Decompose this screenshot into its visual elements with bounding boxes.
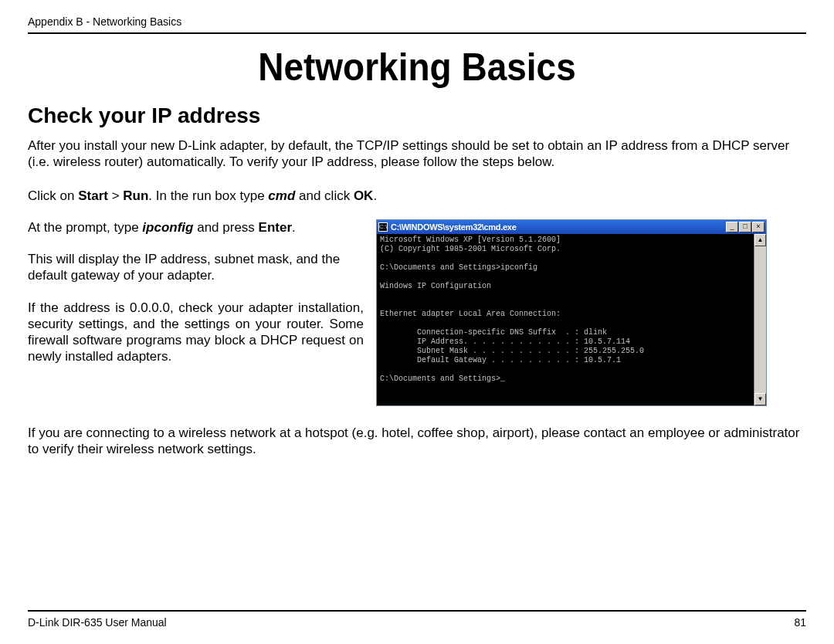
- terminal-wrap: Microsoft Windows XP [Version 5.1.2600] …: [377, 234, 766, 405]
- outro-paragraph: If you are connecting to a wireless netw…: [28, 425, 806, 458]
- display-info-paragraph: This will display the IP address, subnet…: [28, 251, 364, 284]
- cmd-window: C:\ C:\WINDOWS\system32\cmd.exe _ □ × Mi…: [376, 219, 767, 406]
- scroll-track[interactable]: [754, 246, 766, 393]
- intro-paragraph: After you install your new D-Link adapte…: [28, 137, 806, 171]
- scroll-down-button[interactable]: ▼: [754, 393, 766, 405]
- text: . In the run box type: [148, 188, 268, 203]
- text: At the prompt, type: [28, 220, 142, 235]
- cmd-titlebar: C:\ C:\WINDOWS\system32\cmd.exe _ □ ×: [377, 220, 766, 234]
- maximize-button[interactable]: □: [739, 222, 751, 232]
- ipconfig-literal: ipconfig: [142, 220, 193, 235]
- text: and press: [193, 220, 258, 235]
- step-instruction-1: Click on Start > Run. In the run box typ…: [28, 188, 806, 204]
- instruction-column: At the prompt, type ipconfig and press E…: [28, 219, 364, 381]
- enter-label: Enter: [259, 220, 292, 235]
- text: and click: [295, 188, 354, 203]
- ok-label: OK: [354, 188, 374, 203]
- text: .: [373, 188, 377, 203]
- start-label: Start: [78, 188, 108, 203]
- close-button[interactable]: ×: [752, 222, 764, 232]
- text: Click on: [28, 188, 78, 203]
- prompt-instruction: At the prompt, type ipconfig and press E…: [28, 219, 364, 236]
- window-buttons: _ □ ×: [726, 222, 764, 232]
- content-row: At the prompt, type ipconfig and press E…: [28, 219, 806, 406]
- cmd-title-text: C:\WINDOWS\system32\cmd.exe: [391, 222, 726, 232]
- page-title: Networking Basics: [59, 45, 775, 90]
- troubleshoot-paragraph: If the address is 0.0.0.0, check your ad…: [28, 300, 364, 365]
- text: >: [108, 188, 123, 203]
- page-content: Appendix B - Networking Basics Networkin…: [0, 0, 834, 457]
- header-breadcrumb: Appendix B - Networking Basics: [28, 15, 806, 34]
- cmd-literal: cmd: [268, 188, 295, 203]
- screenshot-column: C:\ C:\WINDOWS\system32\cmd.exe _ □ × Mi…: [376, 219, 767, 406]
- section-heading: Check your IP address: [28, 103, 806, 128]
- footer-manual-name: D-Link DIR-635 User Manual: [28, 616, 167, 629]
- run-label: Run: [123, 188, 148, 203]
- scroll-up-button[interactable]: ▲: [754, 234, 766, 246]
- text: .: [292, 220, 296, 235]
- page-footer: D-Link DIR-635 User Manual 81: [28, 610, 806, 629]
- cmd-icon: C:\: [378, 222, 388, 232]
- scrollbar[interactable]: ▲ ▼: [754, 234, 766, 405]
- minimize-button[interactable]: _: [726, 222, 738, 232]
- terminal-output: Microsoft Windows XP [Version 5.1.2600] …: [377, 234, 754, 405]
- footer-page-number: 81: [794, 616, 806, 629]
